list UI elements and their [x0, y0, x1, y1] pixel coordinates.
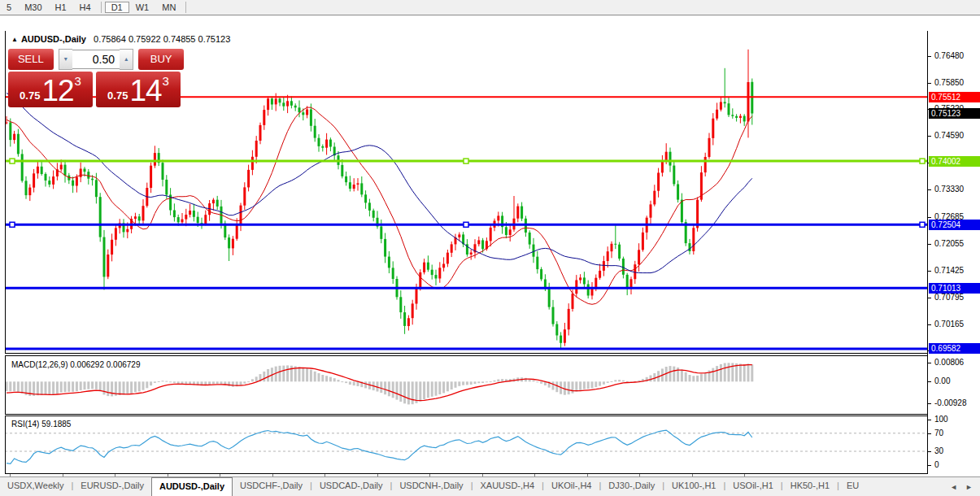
timeframe-button-mn[interactable]: MN: [155, 2, 182, 13]
chart-tab-eu[interactable]: EU: [839, 477, 866, 496]
sell-button[interactable]: SELL: [8, 49, 54, 70]
chart-tab-uk100-h1[interactable]: UK100-,H1: [664, 477, 723, 496]
chart-tab-usdcnh-daily[interactable]: USDCNH-,Daily: [392, 477, 470, 496]
buy-price-small: 0.75: [107, 89, 128, 102]
rsi-tick-mark: [928, 451, 931, 452]
ohlc-low: 0.74855: [163, 34, 196, 44]
price-tick-label: 0.70795: [934, 293, 964, 302]
sell-price-small: 0.75: [20, 89, 40, 102]
chart-tab-usdcad-daily[interactable]: USDCAD-,Daily: [312, 477, 390, 496]
timeframe-button-w1[interactable]: W1: [129, 2, 156, 13]
chart-tab-ukoil-h4[interactable]: UKOil-,H4: [544, 477, 599, 496]
rsi-indicator-pane: [5, 416, 927, 474]
timeframe-button-5[interactable]: 5: [0, 2, 18, 13]
timeframe-button-h4[interactable]: H4: [73, 2, 98, 13]
price-tick-label: 0.72055: [934, 239, 964, 248]
price-tick-mark: [928, 83, 931, 84]
timeframe-button-d1[interactable]: D1: [105, 2, 129, 13]
price-axis[interactable]: 0.764800.758500.752200.745900.739600.733…: [927, 31, 980, 474]
collapse-triangle-icon[interactable]: ▲: [11, 36, 18, 43]
tab-scroll-left-icon[interactable]: ◄: [946, 483, 961, 491]
chart-tab-usdchf-daily[interactable]: USDCHF-,Daily: [233, 477, 310, 496]
macd-tick-label: -0.00928: [934, 398, 966, 407]
ohlc-open: 0.75864: [94, 34, 126, 44]
macd-label: MACD(12,26,9) 0.006292 0.006729: [11, 360, 140, 369]
price-tick-mark: [928, 217, 931, 218]
rsi-tick-label: 70: [934, 429, 943, 437]
tab-scroll-right-icon[interactable]: ►: [961, 483, 977, 491]
price-tick-mark: [928, 56, 931, 57]
macd-tick-label: 0.00: [934, 376, 950, 385]
price-tick-mark: [928, 324, 931, 325]
timeframe-button-m30[interactable]: M30: [18, 2, 48, 13]
one-click-trade-panel: SELL ▾ ▴ BUY 0.75 12 3 0.75 14 3: [8, 48, 184, 107]
rsi-tick-mark: [928, 420, 931, 420]
price-tick-mark: [928, 136, 931, 137]
price-tick-label: 0.74590: [934, 131, 964, 140]
hline-price-label: 0.71013: [929, 283, 980, 294]
price-tick-label: 0.71425: [934, 266, 964, 275]
symbol-ohlc-header: ▲AUDUSD-,Daily 0.75864 0.75922 0.74855 0…: [11, 34, 230, 44]
ohlc-close: 0.75123: [198, 34, 231, 44]
sell-price-box[interactable]: 0.75 12 3: [8, 72, 93, 107]
timeframe-toolbar: 5M30H1H4D1W1MN: [0, 0, 980, 15]
macd-tick-mark: [928, 403, 931, 404]
macd-tick-mark: [928, 363, 931, 363]
buy-price-big: 14: [129, 75, 161, 107]
chart-window: ▲AUDUSD-,Daily 0.75864 0.75922 0.74855 0…: [0, 15, 980, 477]
buy-button[interactable]: BUY: [138, 49, 184, 70]
bid-price-label: 0.75123: [929, 108, 980, 119]
chart-tab-xauusd-h4[interactable]: XAUUSD-,H4: [473, 477, 542, 496]
chart-tab-hk50-h1[interactable]: HK50-,H1: [783, 477, 837, 496]
volume-decrease-button[interactable]: ▾: [59, 49, 72, 70]
price-tick-mark: [928, 271, 931, 272]
rsi-tick-label: 30: [934, 446, 943, 455]
tab-scroll-buttons: ◄►: [946, 477, 980, 496]
macd-tick-mark: [928, 381, 931, 382]
rsi-tick-mark: [928, 433, 931, 434]
mt4-terminal: { "toolbar": { "timeframes": [ {"label":…: [0, 0, 980, 496]
sell-price-pipette: 3: [75, 74, 81, 88]
hline-price-label: 0.75512: [929, 92, 980, 102]
toolbar-separator: [185, 2, 186, 13]
price-tick-label: 0.73330: [934, 185, 964, 194]
rsi-label: RSI(14) 59.1885: [11, 420, 71, 429]
price-tick-mark: [928, 298, 931, 298]
chart-tab-bar: USDX,Weekly|EURUSD-,DailyAUDUSD-,DailyUS…: [0, 476, 980, 496]
price-tick-mark: [928, 189, 931, 190]
sell-price-big: 12: [41, 75, 73, 107]
rsi-tick-label: 0: [934, 460, 939, 469]
chart-tab-eurusd-daily[interactable]: EURUSD-,Daily: [73, 477, 151, 496]
price-tick-label: 0.76480: [934, 51, 964, 60]
hline-price-label: 0.74002: [929, 156, 980, 167]
volume-increase-button[interactable]: ▴: [120, 49, 133, 70]
chart-tab-usoil-h1[interactable]: USOil-,H1: [725, 477, 781, 496]
chart-tab-usdx-weekly[interactable]: USDX,Weekly: [0, 477, 71, 496]
ohlc-high: 0.75922: [128, 34, 161, 44]
spinner-up-icon: ▴: [124, 55, 128, 63]
rsi-tick-label: 100: [934, 415, 948, 424]
hline-price-label: 0.72504: [929, 220, 980, 230]
macd-tick-label: 0.00806: [934, 358, 964, 367]
price-tick-label: 0.75850: [934, 78, 964, 87]
buy-price-pipette: 3: [163, 74, 169, 88]
symbol-name: AUDUSD-,Daily: [21, 34, 86, 44]
rsi-tick-mark: [928, 465, 931, 466]
volume-input[interactable]: [72, 50, 120, 69]
chart-tab-dj30-daily[interactable]: DJ30-,Daily: [601, 477, 662, 496]
buy-price-box[interactable]: 0.75 14 3: [96, 72, 181, 107]
macd-indicator-pane: [5, 355, 927, 415]
price-tick-mark: [928, 244, 931, 245]
price-tick-label: 0.70165: [934, 320, 964, 328]
chart-tab-audusd-daily[interactable]: AUDUSD-,Daily: [151, 477, 233, 496]
hline-price-label: 0.69582: [929, 343, 980, 354]
toolbar-separator: [101, 2, 102, 13]
spinner-down-icon: ▾: [64, 55, 68, 63]
timeframe-button-h1[interactable]: H1: [49, 2, 73, 13]
